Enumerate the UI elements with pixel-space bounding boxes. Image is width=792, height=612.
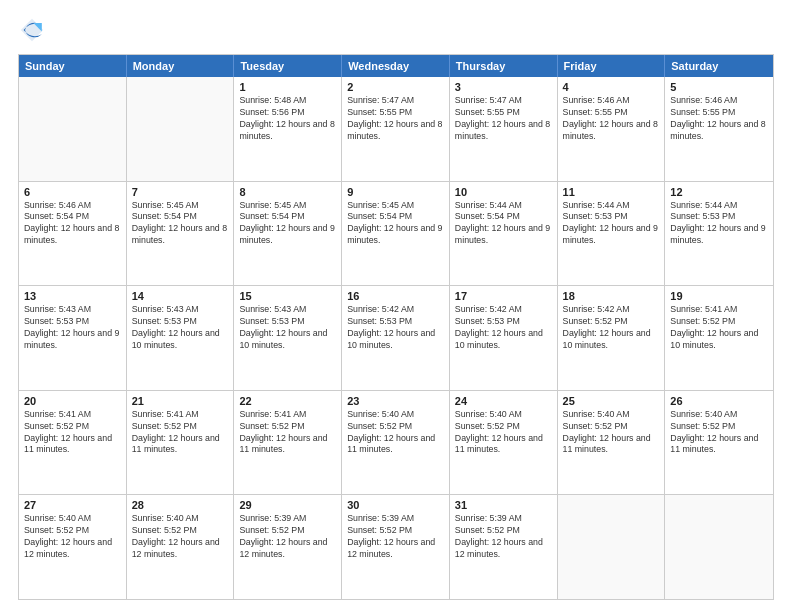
day-info: Sunrise: 5:47 AM Sunset: 5:55 PM Dayligh… xyxy=(455,95,552,143)
day-info: Sunrise: 5:44 AM Sunset: 5:53 PM Dayligh… xyxy=(563,200,660,248)
day-info: Sunrise: 5:45 AM Sunset: 5:54 PM Dayligh… xyxy=(132,200,229,248)
day-info: Sunrise: 5:41 AM Sunset: 5:52 PM Dayligh… xyxy=(24,409,121,457)
day-cell-13: 13Sunrise: 5:43 AM Sunset: 5:53 PM Dayli… xyxy=(19,286,127,390)
day-number: 25 xyxy=(563,395,660,407)
day-number: 9 xyxy=(347,186,444,198)
day-info: Sunrise: 5:42 AM Sunset: 5:53 PM Dayligh… xyxy=(347,304,444,352)
day-info: Sunrise: 5:46 AM Sunset: 5:55 PM Dayligh… xyxy=(563,95,660,143)
day-info: Sunrise: 5:43 AM Sunset: 5:53 PM Dayligh… xyxy=(24,304,121,352)
day-cell-6: 6Sunrise: 5:46 AM Sunset: 5:54 PM Daylig… xyxy=(19,182,127,286)
day-cell-23: 23Sunrise: 5:40 AM Sunset: 5:52 PM Dayli… xyxy=(342,391,450,495)
day-info: Sunrise: 5:42 AM Sunset: 5:52 PM Dayligh… xyxy=(563,304,660,352)
day-cell-18: 18Sunrise: 5:42 AM Sunset: 5:52 PM Dayli… xyxy=(558,286,666,390)
day-number: 31 xyxy=(455,499,552,511)
day-cell-9: 9Sunrise: 5:45 AM Sunset: 5:54 PM Daylig… xyxy=(342,182,450,286)
day-number: 16 xyxy=(347,290,444,302)
day-cell-19: 19Sunrise: 5:41 AM Sunset: 5:52 PM Dayli… xyxy=(665,286,773,390)
day-number: 13 xyxy=(24,290,121,302)
page: SundayMondayTuesdayWednesdayThursdayFrid… xyxy=(0,0,792,612)
day-cell-16: 16Sunrise: 5:42 AM Sunset: 5:53 PM Dayli… xyxy=(342,286,450,390)
day-number: 24 xyxy=(455,395,552,407)
day-number: 26 xyxy=(670,395,768,407)
day-cell-22: 22Sunrise: 5:41 AM Sunset: 5:52 PM Dayli… xyxy=(234,391,342,495)
header-day-saturday: Saturday xyxy=(665,55,773,77)
day-info: Sunrise: 5:40 AM Sunset: 5:52 PM Dayligh… xyxy=(24,513,121,561)
day-number: 28 xyxy=(132,499,229,511)
day-number: 18 xyxy=(563,290,660,302)
week-row-5: 27Sunrise: 5:40 AM Sunset: 5:52 PM Dayli… xyxy=(19,494,773,599)
day-info: Sunrise: 5:39 AM Sunset: 5:52 PM Dayligh… xyxy=(239,513,336,561)
day-number: 29 xyxy=(239,499,336,511)
day-cell-1: 1Sunrise: 5:48 AM Sunset: 5:56 PM Daylig… xyxy=(234,77,342,181)
day-cell-5: 5Sunrise: 5:46 AM Sunset: 5:55 PM Daylig… xyxy=(665,77,773,181)
logo-icon xyxy=(18,16,46,44)
day-cell-4: 4Sunrise: 5:46 AM Sunset: 5:55 PM Daylig… xyxy=(558,77,666,181)
empty-cell-0-1 xyxy=(127,77,235,181)
header-day-monday: Monday xyxy=(127,55,235,77)
day-number: 1 xyxy=(239,81,336,93)
day-cell-15: 15Sunrise: 5:43 AM Sunset: 5:53 PM Dayli… xyxy=(234,286,342,390)
day-cell-2: 2Sunrise: 5:47 AM Sunset: 5:55 PM Daylig… xyxy=(342,77,450,181)
day-number: 3 xyxy=(455,81,552,93)
day-number: 21 xyxy=(132,395,229,407)
day-info: Sunrise: 5:40 AM Sunset: 5:52 PM Dayligh… xyxy=(670,409,768,457)
day-info: Sunrise: 5:39 AM Sunset: 5:52 PM Dayligh… xyxy=(347,513,444,561)
day-cell-3: 3Sunrise: 5:47 AM Sunset: 5:55 PM Daylig… xyxy=(450,77,558,181)
day-info: Sunrise: 5:47 AM Sunset: 5:55 PM Dayligh… xyxy=(347,95,444,143)
day-info: Sunrise: 5:40 AM Sunset: 5:52 PM Dayligh… xyxy=(347,409,444,457)
header-day-friday: Friday xyxy=(558,55,666,77)
day-number: 11 xyxy=(563,186,660,198)
day-info: Sunrise: 5:46 AM Sunset: 5:54 PM Dayligh… xyxy=(24,200,121,248)
day-cell-26: 26Sunrise: 5:40 AM Sunset: 5:52 PM Dayli… xyxy=(665,391,773,495)
day-cell-24: 24Sunrise: 5:40 AM Sunset: 5:52 PM Dayli… xyxy=(450,391,558,495)
header-day-sunday: Sunday xyxy=(19,55,127,77)
day-number: 27 xyxy=(24,499,121,511)
day-info: Sunrise: 5:42 AM Sunset: 5:53 PM Dayligh… xyxy=(455,304,552,352)
day-number: 22 xyxy=(239,395,336,407)
day-number: 2 xyxy=(347,81,444,93)
day-info: Sunrise: 5:40 AM Sunset: 5:52 PM Dayligh… xyxy=(455,409,552,457)
day-number: 15 xyxy=(239,290,336,302)
day-cell-30: 30Sunrise: 5:39 AM Sunset: 5:52 PM Dayli… xyxy=(342,495,450,599)
day-number: 30 xyxy=(347,499,444,511)
day-cell-21: 21Sunrise: 5:41 AM Sunset: 5:52 PM Dayli… xyxy=(127,391,235,495)
week-row-1: 1Sunrise: 5:48 AM Sunset: 5:56 PM Daylig… xyxy=(19,77,773,181)
day-number: 14 xyxy=(132,290,229,302)
day-number: 17 xyxy=(455,290,552,302)
day-number: 4 xyxy=(563,81,660,93)
logo xyxy=(18,16,50,44)
day-cell-12: 12Sunrise: 5:44 AM Sunset: 5:53 PM Dayli… xyxy=(665,182,773,286)
day-info: Sunrise: 5:46 AM Sunset: 5:55 PM Dayligh… xyxy=(670,95,768,143)
calendar-body: 1Sunrise: 5:48 AM Sunset: 5:56 PM Daylig… xyxy=(19,77,773,599)
day-number: 10 xyxy=(455,186,552,198)
day-info: Sunrise: 5:41 AM Sunset: 5:52 PM Dayligh… xyxy=(132,409,229,457)
empty-cell-4-6 xyxy=(665,495,773,599)
day-cell-31: 31Sunrise: 5:39 AM Sunset: 5:52 PM Dayli… xyxy=(450,495,558,599)
day-cell-17: 17Sunrise: 5:42 AM Sunset: 5:53 PM Dayli… xyxy=(450,286,558,390)
day-info: Sunrise: 5:44 AM Sunset: 5:53 PM Dayligh… xyxy=(670,200,768,248)
day-cell-7: 7Sunrise: 5:45 AM Sunset: 5:54 PM Daylig… xyxy=(127,182,235,286)
day-info: Sunrise: 5:40 AM Sunset: 5:52 PM Dayligh… xyxy=(563,409,660,457)
header-day-wednesday: Wednesday xyxy=(342,55,450,77)
day-cell-11: 11Sunrise: 5:44 AM Sunset: 5:53 PM Dayli… xyxy=(558,182,666,286)
day-number: 12 xyxy=(670,186,768,198)
day-info: Sunrise: 5:40 AM Sunset: 5:52 PM Dayligh… xyxy=(132,513,229,561)
day-info: Sunrise: 5:45 AM Sunset: 5:54 PM Dayligh… xyxy=(347,200,444,248)
day-number: 23 xyxy=(347,395,444,407)
day-info: Sunrise: 5:44 AM Sunset: 5:54 PM Dayligh… xyxy=(455,200,552,248)
day-cell-14: 14Sunrise: 5:43 AM Sunset: 5:53 PM Dayli… xyxy=(127,286,235,390)
header-day-tuesday: Tuesday xyxy=(234,55,342,77)
day-number: 7 xyxy=(132,186,229,198)
week-row-3: 13Sunrise: 5:43 AM Sunset: 5:53 PM Dayli… xyxy=(19,285,773,390)
header xyxy=(18,16,774,44)
header-day-thursday: Thursday xyxy=(450,55,558,77)
day-cell-28: 28Sunrise: 5:40 AM Sunset: 5:52 PM Dayli… xyxy=(127,495,235,599)
calendar-header: SundayMondayTuesdayWednesdayThursdayFrid… xyxy=(19,55,773,77)
calendar: SundayMondayTuesdayWednesdayThursdayFrid… xyxy=(18,54,774,600)
day-cell-8: 8Sunrise: 5:45 AM Sunset: 5:54 PM Daylig… xyxy=(234,182,342,286)
day-number: 19 xyxy=(670,290,768,302)
empty-cell-4-5 xyxy=(558,495,666,599)
day-cell-10: 10Sunrise: 5:44 AM Sunset: 5:54 PM Dayli… xyxy=(450,182,558,286)
week-row-4: 20Sunrise: 5:41 AM Sunset: 5:52 PM Dayli… xyxy=(19,390,773,495)
day-cell-25: 25Sunrise: 5:40 AM Sunset: 5:52 PM Dayli… xyxy=(558,391,666,495)
